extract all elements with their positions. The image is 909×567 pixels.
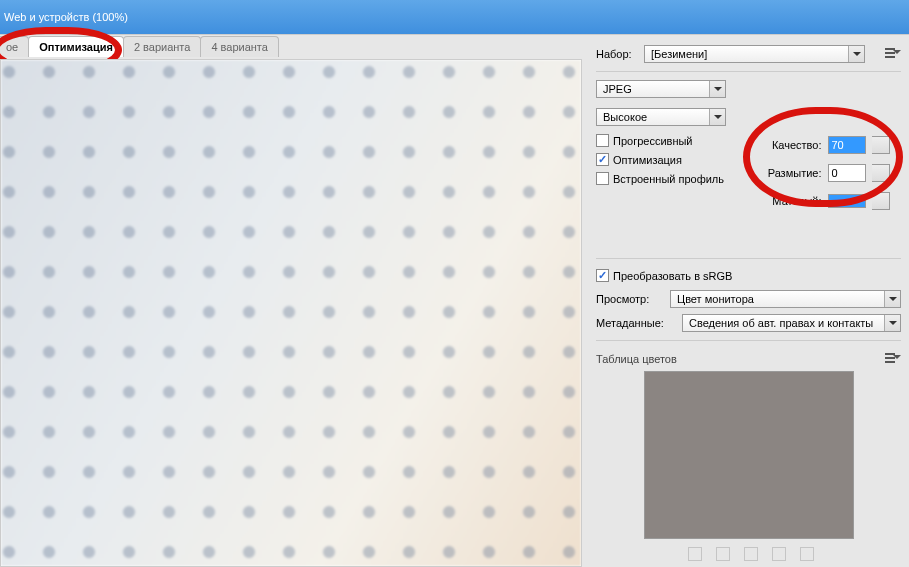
tab-bar: ое Оптимизация 2 варианта 4 варианта [0,35,582,57]
preview-mode-value: Цвет монитора [677,293,754,305]
srgb-label: Преобразовать в sRGB [613,270,732,282]
tab-cut[interactable]: ое [0,36,29,57]
chevron-down-icon [709,109,725,125]
new-color-icon[interactable] [772,547,786,561]
color-swatch-grid[interactable] [644,371,854,539]
metadata-row: Метаданные: Сведения об авт. правах и ко… [596,312,901,334]
preview-mode-label: Просмотр: [596,293,664,305]
optimize-label: Оптимизация [613,154,682,166]
color-table-header: Таблица цветов [596,353,901,365]
transparent-color-icon[interactable] [744,547,758,561]
blur-row: Размытие: 0 [754,162,902,184]
snap-web-icon[interactable] [688,547,702,561]
matte-label: Матовый: [754,195,822,207]
preset-label: Набор: [596,48,638,60]
embedded-profile-checkbox[interactable] [596,172,609,185]
matte-picker[interactable] [872,192,890,210]
separator [596,340,901,341]
metadata-value: Сведения об авт. правах и контакты [689,317,873,329]
format-dropdown[interactable]: JPEG [596,80,726,98]
quality-label: Качество: [754,139,822,151]
format-row: JPEG [596,78,901,100]
chevron-down-icon [884,291,900,307]
optimize-checkbox[interactable] [596,153,609,166]
left-block: ое Оптимизация 2 варианта 4 варианта [0,35,582,567]
embedded-profile-option[interactable]: Встроенный профиль [596,172,744,185]
blur-input[interactable]: 0 [828,164,866,182]
quality-row: Качество: 70 [754,134,902,156]
lock-color-icon[interactable] [716,547,730,561]
window-title: Web и устройств (100%) [4,11,128,23]
tab-2variants[interactable]: 2 варианта [123,36,202,57]
metadata-label: Метаданные: [596,317,676,329]
color-table-title: Таблица цветов [596,353,677,365]
optimize-option[interactable]: Оптимизация [596,153,744,166]
preview-dropdown[interactable]: Цвет монитора [670,290,901,308]
color-table-flyout-icon[interactable] [885,353,901,365]
preset-flyout-icon[interactable] [885,48,901,60]
workspace: ое Оптимизация 2 варианта 4 варианта Наб… [0,34,909,567]
title-bar: Web и устройств (100%) [0,0,909,34]
quality-input[interactable]: 70 [828,136,866,154]
format-value: JPEG [603,83,632,95]
quality-preset-dropdown[interactable]: Высокое [596,108,726,126]
color-table-icon-row [596,547,901,561]
srgb-option[interactable]: Преобразовать в sRGB [596,269,901,282]
metadata-dropdown[interactable]: Сведения об авт. правах и контакты [682,314,901,332]
preview-area[interactable] [0,59,582,567]
preview-row: Просмотр: Цвет монитора [596,288,901,310]
tab-4variants[interactable]: 4 варианта [200,36,279,57]
blur-label: Размытие: [754,167,822,179]
progressive-checkbox[interactable] [596,134,609,147]
progressive-option[interactable]: Прогрессивный [596,134,744,147]
chevron-down-icon [848,46,864,62]
settings-panel: Набор: [Безимени] JPEG Высокое [582,35,909,567]
separator [596,71,901,72]
blur-spinner[interactable] [872,164,890,182]
srgb-checkbox[interactable] [596,269,609,282]
embedded-profile-label: Встроенный профиль [613,173,724,185]
preset-row: Набор: [Безимени] [596,43,901,65]
quality-spinner[interactable] [872,136,890,154]
delete-color-icon[interactable] [800,547,814,561]
preset-value: [Безимени] [651,48,707,60]
matte-row: Матовый: [754,190,902,212]
options-right-col: Качество: 70 Размытие: 0 Матовый: [754,106,902,212]
chevron-down-icon [884,315,900,331]
tab-optimize[interactable]: Оптимизация [28,36,124,57]
options-left-col: Высокое Прогрессивный Оптимизация Встрое… [596,106,744,212]
progressive-label: Прогрессивный [613,135,693,147]
preview-image [1,60,581,566]
matte-swatch[interactable] [828,194,866,208]
quality-preset-value: Высокое [603,111,647,123]
separator [596,258,901,259]
preset-dropdown[interactable]: [Безимени] [644,45,865,63]
options-two-col: Высокое Прогрессивный Оптимизация Встрое… [596,106,901,212]
chevron-down-icon [709,81,725,97]
